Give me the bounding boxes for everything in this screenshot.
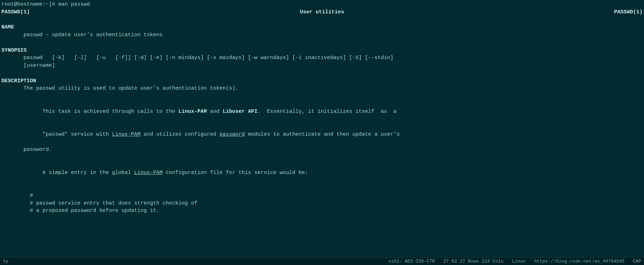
status-position: 27 62 27 Rows 124 Cols [443, 259, 504, 264]
status-caps: CAP [633, 259, 641, 264]
comment-3: # a proposed password before updating it… [0, 207, 644, 215]
linux-pam-bold: Linux-PAM [178, 109, 207, 115]
description-p2-line2: "passwd" service with Linux-PAM and util… [0, 123, 644, 146]
status-left-text: ty [3, 259, 8, 264]
desc-p2-text8: and utilizes configured [140, 131, 219, 137]
status-right-group: ssh2: AES-256-CTR 27 62 27 Rows 124 Cols… [388, 259, 641, 264]
terminal-content[interactable]: root@hostname:~]# man passwd PASSWD(1) U… [0, 0, 644, 257]
terminal-window: root@hostname:~]# man passwd PASSWD(1) U… [0, 0, 644, 265]
libuser-api-bold: Libuser API [223, 109, 257, 115]
desc-p2-text10: modules to authenticate and then update … [245, 131, 400, 137]
comment-2: # passwd service entry that does strengt… [0, 200, 644, 207]
desc-p2-text5: . Essentially, it initializes itself as … [257, 109, 396, 115]
man-page-header: PASSWD(1) User utilities PASSWD(1) [0, 8, 644, 16]
desc-p2-text6: "passwd" service with [20, 131, 112, 137]
status-bar: ty ssh2: AES-256-CTR 27 62 27 Rows 124 C… [0, 257, 644, 265]
synopsis-content-1: passwd [-k] [-l] [-u [-f]] [-d] [-e] [-n… [0, 54, 644, 62]
description-p2-line1: This task is achieved through calls to t… [0, 100, 644, 123]
empty-line-5 [0, 154, 644, 161]
prompt-line: root@hostname:~]# man passwd [0, 1, 644, 8]
linux-pam-underline1: Linux-PAM [112, 131, 140, 137]
status-url: https://blog.csdn.net/as_40784545 [534, 259, 624, 264]
description-p2-line3: password. [0, 146, 644, 154]
synopsis-content-2: [username] [0, 62, 644, 70]
description-section-header: DESCRIPTION [0, 77, 644, 85]
empty-line-3 [0, 70, 644, 77]
header-left: PASSWD(1) [1, 8, 30, 16]
empty-line-1 [0, 16, 644, 24]
desc-p2-text1: This task is achieved through calls to t… [20, 109, 178, 115]
description-p3: A simple entry in the global Linux-PAM c… [0, 161, 644, 184]
status-encryption: ssh2: AES-256-CTR [388, 259, 435, 264]
linux-pam-underline2: Linux-PAM [134, 170, 163, 176]
comment-1: # [0, 192, 644, 200]
name-content: passwd - update user's authentication to… [0, 31, 644, 39]
description-p1: The passwd utility is used to update use… [0, 85, 644, 92]
desc-p3-text3: configuration file for this service woul… [163, 170, 308, 176]
desc-p3-text1: A simple entry in the global [20, 170, 134, 176]
empty-line-6 [0, 184, 644, 192]
synopsis-section-header: SYNOPSIS [0, 47, 644, 54]
password-underline: password [219, 131, 245, 137]
header-center: User utilities [30, 8, 614, 16]
empty-line-2 [0, 39, 644, 47]
name-section-header: NAME [0, 24, 644, 31]
desc-p2-text3: and [207, 109, 223, 115]
header-right: PASSWD(1) [614, 8, 643, 16]
empty-line-4 [0, 92, 644, 100]
status-os: Linux [512, 259, 526, 264]
